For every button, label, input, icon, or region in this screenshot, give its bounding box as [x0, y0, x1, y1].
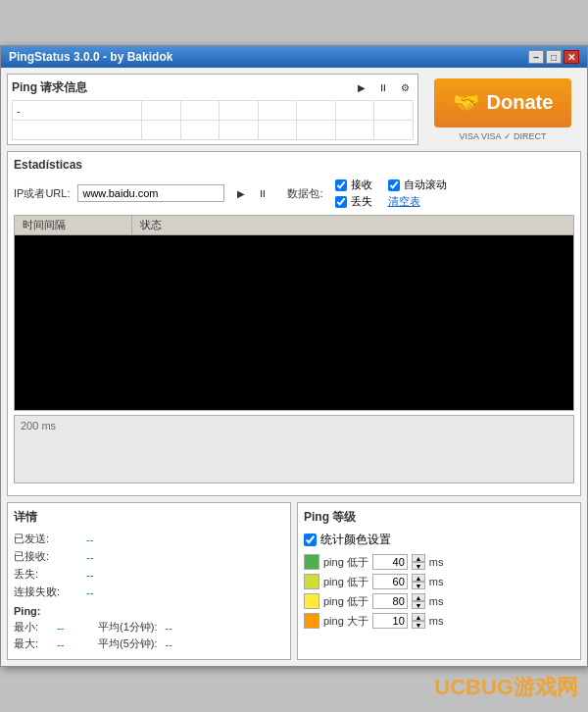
ping-level-row-4: ping 大于 ▲ ▼ ms [304, 613, 574, 629]
donate-label: Donate [487, 91, 554, 114]
spinner-2: ▲ ▼ [412, 574, 425, 589]
recibir-label: 接收 [351, 178, 372, 192]
ping-toolbar: ▶ ⏸ ⚙ [353, 78, 414, 96]
ip-toolbar: ▶ ⏸ [232, 184, 271, 202]
perder-row: 丢失 [335, 194, 372, 209]
perder-label: 丢失 [351, 194, 372, 209]
ms-label-2: ms [429, 576, 444, 587]
color-box-orange [304, 613, 319, 629]
window-title: PingStatus 3.0.0 - by Bakidok [9, 50, 172, 64]
payment-logos: VISA VISA ✓ DIRECT [459, 131, 546, 141]
max-value: -- [57, 638, 86, 650]
perder-checkbox[interactable] [335, 196, 347, 208]
ping-table-row-2 [13, 121, 414, 140]
spin-up-3[interactable]: ▲ [412, 593, 425, 601]
donate-button[interactable]: 🤝 Donate [434, 78, 571, 127]
ping-cell-5 [258, 101, 297, 121]
conn-fail-row: 连接失败: -- [14, 585, 284, 599]
max-label: 最大: [14, 636, 53, 651]
estadisticas-title: Estadísticas [14, 158, 574, 172]
stats-color-checkbox[interactable] [304, 534, 317, 546]
ip-pause-button[interactable]: ⏸ [254, 184, 271, 202]
top-section: Ping 请求信息 ▶ ⏸ ⚙ - [7, 74, 581, 145]
ping-level-text-3: ping 低于 [323, 594, 368, 609]
log-area [14, 234, 574, 411]
spin-up-4[interactable]: ▲ [412, 613, 425, 621]
ip-play-button[interactable]: ▶ [232, 184, 250, 202]
ping-request-header: Ping 请求信息 ▶ ⏸ ⚙ [12, 78, 414, 96]
ping-cell-r2-3 [180, 121, 220, 140]
ms-label-3: ms [429, 595, 444, 607]
clear-table-link[interactable]: 清空表 [388, 194, 447, 209]
ping-section-label: Ping: [14, 605, 284, 617]
color-box-yellowgreen [304, 574, 319, 589]
spin-up-1[interactable]: ▲ [412, 554, 425, 562]
watermark: UCBUG游戏网 [434, 673, 578, 702]
settings-button[interactable]: ⚙ [396, 78, 414, 96]
maximize-button[interactable]: □ [546, 50, 562, 64]
ping-level-input-4[interactable] [372, 613, 408, 629]
ping-cell-4 [220, 101, 259, 121]
received-label: 已接收: [14, 549, 82, 564]
ping-level-input-1[interactable] [372, 554, 408, 570]
avg1-label: 平均(1分钟): [98, 620, 158, 635]
graph-label: 200 ms [21, 420, 56, 432]
col-time-header: 时间间隔 [15, 216, 132, 234]
ping-level-text-2: ping 低于 [323, 575, 368, 589]
play-button[interactable]: ▶ [353, 78, 370, 96]
ping-entry-cell[interactable]: - [13, 101, 142, 121]
ping-cell-r2-8 [374, 121, 414, 140]
ping-level-input-3[interactable] [372, 593, 408, 609]
received-row: 已接收: -- [14, 549, 284, 564]
log-table-header: 时间间隔 状态 [14, 215, 574, 234]
spinner-4: ▲ ▼ [412, 613, 425, 629]
bottom-section: 详情 已发送: -- 已接收: -- 丢失: -- 连接失败: -- Pin [7, 502, 581, 660]
col-status-header: 状态 [132, 216, 573, 234]
title-bar: PingStatus 3.0.0 - by Bakidok – □ ✕ [1, 46, 587, 68]
ip-label: IP或者URL: [14, 186, 70, 201]
auto-scroll-area: 自动滚动 清空表 [388, 178, 447, 209]
details-box: 详情 已发送: -- 已接收: -- 丢失: -- 连接失败: -- Pin [7, 502, 291, 660]
graph-area: 200 ms [14, 415, 574, 483]
ping-table: - [12, 100, 414, 140]
received-value: -- [86, 551, 93, 563]
ping-cell-r2-6 [297, 121, 336, 140]
stats-color-check: 统计颜色设置 [304, 532, 574, 548]
ping-cell-r2-4 [220, 121, 259, 140]
ping-cell-r2-7 [335, 121, 374, 140]
paquetes-label: 数据包: [287, 186, 322, 201]
sent-row: 已发送: -- [14, 532, 284, 546]
conn-fail-value: -- [86, 586, 93, 598]
main-content: Ping 请求信息 ▶ ⏸ ⚙ - [1, 68, 587, 666]
ping-cell-r2-1 [13, 121, 142, 140]
ping-level-input-2[interactable] [372, 574, 408, 589]
pause-button[interactable]: ⏸ [374, 78, 392, 96]
minimize-button[interactable]: – [528, 50, 544, 64]
donate-box: 🤝 Donate VISA VISA ✓ DIRECT [424, 74, 581, 145]
ping-request-title: Ping 请求信息 [12, 79, 87, 96]
ping-cell-3 [180, 101, 220, 121]
spin-down-3[interactable]: ▼ [412, 601, 425, 609]
sent-value: -- [86, 534, 93, 545]
ping-cell-8 [374, 101, 414, 121]
lost-label: 丢失: [14, 567, 82, 582]
ms-label-4: ms [429, 615, 444, 627]
recibir-checkbox[interactable] [335, 179, 347, 191]
ping-request-box: Ping 请求信息 ▶ ⏸ ⚙ - [7, 74, 418, 145]
ping-cell-7 [335, 101, 374, 121]
ip-input[interactable] [77, 184, 224, 202]
ping-level-text-1: ping 低于 [323, 555, 368, 570]
spin-down-2[interactable]: ▼ [412, 582, 425, 589]
spin-down-4[interactable]: ▼ [412, 621, 425, 629]
autoscroll-checkbox[interactable] [388, 179, 400, 191]
avg5-value: -- [166, 638, 172, 650]
spin-up-2[interactable]: ▲ [412, 574, 425, 582]
conn-fail-label: 连接失败: [14, 585, 82, 599]
ms-label-1: ms [429, 556, 444, 568]
lost-row: 丢失: -- [14, 567, 284, 582]
donate-icon: 🤝 [453, 90, 479, 116]
spin-down-1[interactable]: ▼ [412, 562, 425, 570]
close-button[interactable]: ✕ [564, 50, 579, 64]
ping-table-row: - [13, 101, 414, 121]
avg5-label: 平均(5分钟): [98, 636, 158, 651]
